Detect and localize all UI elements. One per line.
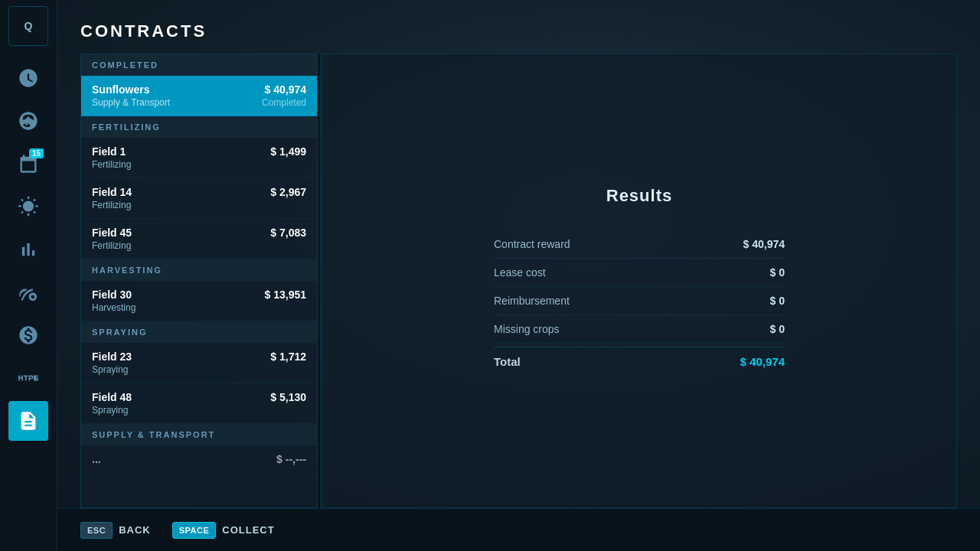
contracts-icon bbox=[18, 410, 39, 432]
sidebar-item-contracts[interactable] bbox=[8, 401, 48, 441]
results-row-total: Total $ 40,974 bbox=[494, 347, 785, 376]
results-row-reimbursement: Reimbursement $ 0 bbox=[494, 287, 785, 315]
bottom-bar: ESC BACK SPACE COLLECT bbox=[57, 508, 980, 551]
contract-name: ... bbox=[92, 453, 101, 465]
space-key: SPACE bbox=[172, 522, 217, 539]
contract-item-partial[interactable]: ... $ --,--- bbox=[81, 445, 317, 474]
contract-type: Fertilizing bbox=[92, 159, 131, 170]
contract-status: Completed bbox=[262, 97, 306, 108]
collect-label: COLLECT bbox=[222, 524, 274, 536]
contract-type: Harvesting bbox=[92, 302, 136, 313]
contract-type: Spraying bbox=[92, 364, 128, 375]
results-panel: Results Contract reward $ 40,974 Lease c… bbox=[322, 54, 957, 508]
section-header-fertilizing: FERTILIZING bbox=[81, 116, 317, 138]
results-title: Results bbox=[606, 186, 672, 206]
contract-amount: $ 5,130 bbox=[270, 391, 306, 403]
contracts-panel[interactable]: COMPLETED Sunflowers $ 40,974 Supply & T… bbox=[80, 54, 318, 508]
contract-item-sunflowers[interactable]: Sunflowers $ 40,974 Supply & Transport C… bbox=[81, 76, 317, 116]
contract-item-field45[interactable]: Field 45 $ 7,083 Fertilizing bbox=[81, 219, 317, 259]
contract-amount: $ 13,951 bbox=[265, 289, 307, 301]
contract-item-field48[interactable]: Field 48 $ 5,130 Spraying bbox=[81, 383, 317, 424]
sidebar-item-stats[interactable] bbox=[8, 230, 48, 269]
contract-amount: $ 2,967 bbox=[270, 186, 306, 198]
sidebar-item-animals[interactable] bbox=[8, 358, 48, 398]
row-label: Contract reward bbox=[494, 238, 570, 250]
panel-divider bbox=[318, 54, 322, 508]
row-value: $ 40,974 bbox=[743, 238, 786, 250]
calendar-badge: 15 bbox=[29, 148, 44, 158]
q-icon: Q bbox=[24, 20, 33, 32]
row-label: Missing crops bbox=[494, 323, 560, 335]
contract-item-field23[interactable]: Field 23 $ 1,712 Spraying bbox=[81, 343, 317, 383]
stats-icon bbox=[18, 239, 39, 260]
animals-icon bbox=[18, 367, 39, 389]
contract-type: Supply & Transport bbox=[92, 97, 170, 108]
row-value: $ 0 bbox=[770, 323, 785, 335]
sidebar-item-weather[interactable] bbox=[8, 187, 48, 227]
contract-item-field1[interactable]: Field 1 $ 1,499 Fertilizing bbox=[81, 138, 317, 178]
sidebar-item-steering[interactable] bbox=[8, 101, 48, 141]
contract-amount: $ 40,974 bbox=[265, 83, 307, 96]
results-row-missing: Missing crops $ 0 bbox=[494, 315, 785, 344]
back-button[interactable]: ESC BACK bbox=[80, 522, 151, 539]
contract-amount: $ 1,712 bbox=[270, 350, 306, 363]
results-row-reward: Contract reward $ 40,974 bbox=[494, 230, 785, 259]
contract-item-field14[interactable]: Field 14 $ 2,967 Fertilizing bbox=[81, 178, 317, 219]
row-value: $ 0 bbox=[770, 295, 785, 307]
back-label: BACK bbox=[119, 524, 151, 536]
results-table: Contract reward $ 40,974 Lease cost $ 0 … bbox=[494, 230, 785, 376]
time-icon bbox=[18, 67, 39, 89]
contract-name: Field 45 bbox=[92, 227, 132, 239]
contract-amount: $ 7,083 bbox=[270, 227, 306, 239]
content-area: COMPLETED Sunflowers $ 40,974 Supply & T… bbox=[57, 54, 980, 508]
sidebar: Q 15 bbox=[0, 0, 57, 551]
contract-type: Spraying bbox=[92, 405, 128, 416]
contract-item-field30[interactable]: Field 30 $ 13,951 Harvesting bbox=[81, 281, 317, 321]
contract-sub: Supply & Transport Completed bbox=[92, 97, 306, 108]
results-row-lease: Lease cost $ 0 bbox=[494, 259, 785, 287]
tractor-icon bbox=[18, 282, 39, 303]
contract-name: Field 23 bbox=[92, 350, 132, 363]
row-value: $ 0 bbox=[770, 266, 785, 279]
main-content: CONTRACTS COMPLETED Sunflowers $ 40,974 … bbox=[57, 0, 980, 551]
sidebar-item-calendar[interactable]: 15 bbox=[8, 144, 48, 184]
row-label: Lease cost bbox=[494, 266, 546, 279]
section-header-harvesting: HARVESTING bbox=[81, 259, 317, 281]
total-value: $ 40,974 bbox=[740, 355, 785, 368]
section-header-supply: SUPPLY & TRANSPORT bbox=[81, 424, 317, 445]
scroll-indicator bbox=[320, 54, 322, 508]
sidebar-item-tractor[interactable] bbox=[8, 272, 48, 312]
contract-amount: $ --,--- bbox=[276, 453, 306, 465]
total-label: Total bbox=[494, 355, 521, 368]
sidebar-item-q[interactable]: Q bbox=[8, 6, 48, 46]
sidebar-item-time[interactable] bbox=[8, 58, 48, 98]
collect-button[interactable]: SPACE COLLECT bbox=[172, 522, 275, 539]
sidebar-item-money[interactable] bbox=[8, 315, 48, 355]
weather-icon bbox=[18, 196, 39, 217]
contract-type: Fertilizing bbox=[92, 240, 131, 251]
contract-type: Fertilizing bbox=[92, 200, 131, 210]
contract-name: Field 48 bbox=[92, 391, 132, 403]
steering-icon bbox=[18, 110, 39, 132]
contract-name: Field 30 bbox=[92, 289, 132, 301]
page-title: CONTRACTS bbox=[57, 0, 980, 54]
esc-key: ESC bbox=[80, 522, 113, 539]
section-header-spraying: SPRAYING bbox=[81, 321, 317, 343]
section-header-completed: COMPLETED bbox=[81, 54, 317, 76]
contract-name: Field 14 bbox=[92, 186, 132, 198]
money-icon bbox=[18, 324, 39, 346]
contract-item-top: Sunflowers $ 40,974 bbox=[92, 83, 306, 96]
contract-name: Field 1 bbox=[92, 145, 126, 158]
contract-amount: $ 1,499 bbox=[270, 145, 306, 158]
row-label: Reimbursement bbox=[494, 295, 570, 307]
contract-name: Sunflowers bbox=[92, 83, 149, 96]
